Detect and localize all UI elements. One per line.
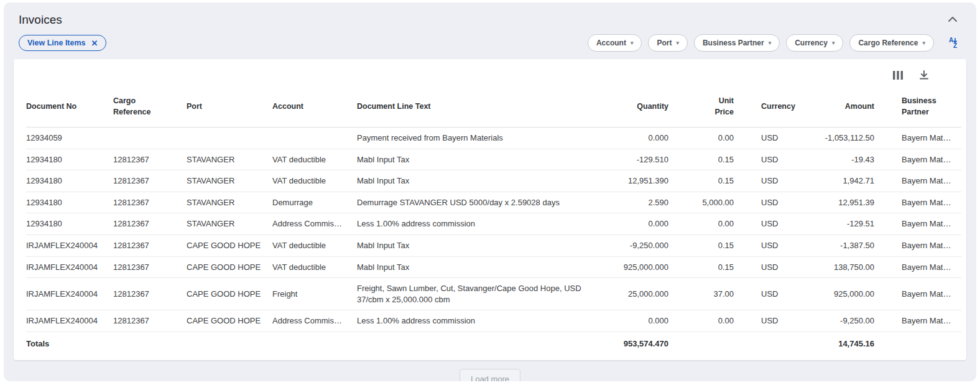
- cell-quantity: 925,000.000: [612, 256, 677, 278]
- filter-currency[interactable]: Currency ▾: [786, 34, 843, 52]
- col-port[interactable]: Port: [187, 86, 272, 128]
- table-row[interactable]: 12934180 12812367 STAVANGER VAT deductib…: [26, 149, 961, 170]
- chevron-down-icon: ▾: [922, 40, 925, 46]
- cell-unit-price: 0.15: [677, 256, 742, 278]
- download-icon: [919, 70, 929, 81]
- cell-currency: USD: [742, 234, 797, 256]
- filter-label: Account: [596, 39, 626, 47]
- totals-currency: [742, 332, 797, 356]
- table-row[interactable]: IRJAMFLEX240004 12812367 CAPE GOOD HOPE …: [26, 234, 961, 256]
- cell-port: CAPE GOOD HOPE: [187, 278, 272, 310]
- cell-quantity: 0.000: [612, 213, 677, 235]
- col-document-line-text[interactable]: Document Line Text: [357, 86, 612, 128]
- page-title: Invoices: [19, 13, 62, 27]
- load-more-button[interactable]: Load more: [460, 369, 520, 381]
- col-currency[interactable]: Currency: [742, 86, 797, 128]
- cell-unit-price: 0.00: [677, 128, 742, 149]
- collapse-section-button[interactable]: [945, 12, 960, 27]
- cell-quantity: 0.000: [612, 310, 677, 332]
- view-columns-button[interactable]: [892, 70, 904, 83]
- cell-port: CAPE GOOD HOPE: [187, 310, 272, 332]
- cell-document-line-text: Demurrage STAVANGER USD 5000/day x 2.590…: [357, 192, 612, 213]
- filter-business-partner[interactable]: Business Partner ▾: [694, 34, 780, 52]
- cell-account: Address Commis…: [272, 213, 357, 235]
- cell-port: STAVANGER: [187, 213, 272, 235]
- cell-unit-price: 0.15: [677, 170, 742, 192]
- cell-business-partner: Bayern Materials: [883, 278, 961, 310]
- cell-amount: 138,750.00: [797, 256, 883, 278]
- cell-port: CAPE GOOD HOPE: [187, 234, 272, 256]
- cell-business-partner: Bayern Materials: [883, 213, 961, 235]
- cell-cargo-reference: 12812367: [113, 310, 187, 332]
- cell-account: Address Commis…: [272, 310, 357, 332]
- download-button[interactable]: [918, 69, 930, 83]
- cell-amount: 12,951.39: [797, 192, 883, 213]
- cell-document-no: 12934180: [26, 170, 113, 192]
- cell-business-partner: Bayern Materials: [883, 192, 961, 213]
- cell-cargo-reference: 12812367: [113, 256, 187, 278]
- cell-business-partner: Bayern Materials: [883, 170, 961, 192]
- cell-quantity: 2.590: [612, 192, 677, 213]
- cell-unit-price: 37.00: [677, 278, 742, 310]
- filter-group: Account ▾ Port ▾ Business Partner ▾ Curr…: [588, 34, 961, 52]
- table-actions: [26, 67, 954, 86]
- col-business-partner[interactable]: Business Partner: [883, 86, 961, 128]
- cell-quantity: -129.510: [612, 149, 677, 170]
- cell-cargo-reference: 12812367: [113, 234, 187, 256]
- cell-cargo-reference: 12812367: [113, 278, 187, 310]
- col-cargo-reference[interactable]: Cargo Reference: [113, 86, 187, 128]
- cell-document-no: IRJAMFLEX240004: [26, 234, 113, 256]
- cell-cargo-reference: 12812367: [113, 149, 187, 170]
- cell-amount: -129.51: [797, 213, 883, 235]
- sort-alphabetical-button[interactable]: A Z: [945, 35, 961, 52]
- cell-business-partner: Bayern Materials: [883, 149, 961, 170]
- cell-business-partner: Bayern Materials: [883, 256, 961, 278]
- filter-account[interactable]: Account ▾: [588, 34, 642, 52]
- table-row[interactable]: 12934180 12812367 STAVANGER Demurrage De…: [26, 192, 961, 213]
- cell-document-line-text: Mabl Input Tax: [357, 149, 612, 170]
- cell-quantity: 0.000: [612, 128, 677, 149]
- cell-account: VAT deductible: [272, 256, 357, 278]
- cell-document-line-text: Freight, Sawn Lumber, Cut, Stavanger/Cap…: [357, 278, 612, 310]
- filter-label: Cargo Reference: [858, 39, 918, 47]
- col-document-no[interactable]: Document No: [26, 86, 113, 128]
- table-row[interactable]: 12934180 12812367 STAVANGER Address Comm…: [26, 213, 961, 235]
- table-row[interactable]: 12934180 12812367 STAVANGER VAT deductib…: [26, 170, 961, 192]
- col-amount[interactable]: Amount: [797, 86, 883, 128]
- col-account[interactable]: Account: [272, 86, 357, 128]
- invoices-page: Invoices View Line Items ✕ Account ▾ Por…: [4, 2, 976, 381]
- cell-currency: USD: [742, 278, 797, 310]
- cell-quantity: 25,000.000: [612, 278, 677, 310]
- cell-business-partner: Bayern Materials: [883, 128, 961, 149]
- cell-account: VAT deductible: [272, 149, 357, 170]
- filter-cargo-reference[interactable]: Cargo Reference ▾: [849, 34, 934, 52]
- cell-document-no: 12934059: [26, 128, 113, 149]
- table-header-row: Document No Cargo Reference Port Account…: [26, 86, 961, 128]
- col-unit-price[interactable]: Unit Price: [677, 86, 742, 128]
- cell-document-no: IRJAMFLEX240004: [26, 310, 113, 332]
- cell-port: [187, 128, 272, 149]
- table-row[interactable]: IRJAMFLEX240004 12812367 CAPE GOOD HOPE …: [26, 310, 961, 332]
- table-body: 12934059 Payment received from Bayern Ma…: [26, 128, 961, 332]
- table-row[interactable]: IRJAMFLEX240004 12812367 CAPE GOOD HOPE …: [26, 278, 961, 310]
- cell-unit-price: 0.15: [677, 149, 742, 170]
- cell-document-line-text: Less 1.00% address commission: [357, 213, 612, 235]
- cell-account: VAT deductible: [272, 170, 357, 192]
- table-row[interactable]: IRJAMFLEX240004 12812367 CAPE GOOD HOPE …: [26, 256, 961, 278]
- cell-business-partner: Bayern Materials: [883, 234, 961, 256]
- chevron-down-icon: ▾: [631, 40, 634, 46]
- view-line-items-chip[interactable]: View Line Items ✕: [19, 35, 106, 51]
- close-icon[interactable]: ✕: [91, 39, 98, 47]
- table-row[interactable]: 12934059 Payment received from Bayern Ma…: [26, 128, 961, 149]
- cell-document-line-text: Less 1.00% address commission: [357, 310, 612, 332]
- filter-label: Business Partner: [703, 39, 764, 47]
- invoices-table: Document No Cargo Reference Port Account…: [26, 86, 961, 356]
- cell-amount: -1,053,112.50: [797, 128, 883, 149]
- cell-currency: USD: [742, 310, 797, 332]
- col-quantity[interactable]: Quantity: [612, 86, 677, 128]
- cell-amount: -19.43: [797, 149, 883, 170]
- cell-unit-price: 0.00: [677, 213, 742, 235]
- filter-port[interactable]: Port ▾: [648, 34, 688, 52]
- chevron-down-icon: ▾: [832, 40, 835, 46]
- cell-document-line-text: Mabl Input Tax: [357, 170, 612, 192]
